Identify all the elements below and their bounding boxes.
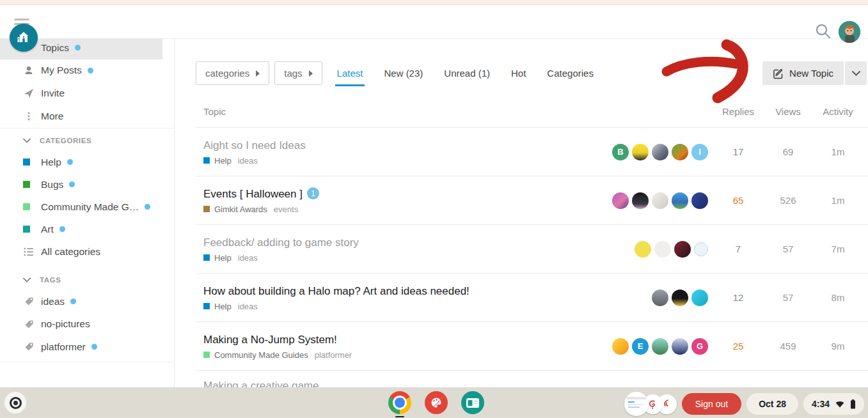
search-icon[interactable] [814, 22, 832, 40]
activity-time[interactable]: 1m [813, 146, 863, 157]
poster-avatar[interactable] [672, 192, 688, 209]
canvas-app-icon[interactable] [425, 391, 448, 414]
status-area[interactable]: 4:34 [803, 393, 864, 415]
category-color-swatch [23, 181, 30, 188]
posters [609, 241, 708, 258]
poster-avatar[interactable]: B [612, 144, 629, 160]
battery-icon [850, 399, 856, 409]
column-activity[interactable]: Activity [813, 106, 863, 117]
list-icon [23, 246, 35, 258]
new-topic-dropdown-button[interactable] [845, 61, 867, 85]
tab-hot[interactable]: Hot [511, 61, 526, 85]
poster-avatar[interactable] [652, 192, 668, 209]
forum-home-logo[interactable] [10, 24, 38, 52]
topic-title[interactable]: Aight so I need Ideas [203, 139, 306, 151]
poster-avatar[interactable] [694, 242, 708, 256]
category-color-swatch [203, 352, 210, 358]
screenshot-thumbnail[interactable] [624, 392, 649, 416]
sidebar-category-bugs[interactable]: Bugs [0, 173, 175, 196]
views-count: 526 [763, 195, 813, 206]
new-topic-button[interactable]: New Topic [762, 61, 844, 85]
sidebar-category-community-made-guides[interactable]: Community Made G… [0, 196, 175, 218]
sidebar-all-categories[interactable]: All categories [0, 240, 175, 263]
category-link[interactable]: Help [214, 253, 232, 263]
topic-title[interactable]: How about building a Halo map? Art and i… [203, 285, 470, 297]
poster-avatar[interactable] [612, 338, 629, 355]
poster-avatar[interactable] [672, 290, 688, 306]
category-link[interactable]: Help [214, 156, 232, 166]
chrome-app-icon[interactable] [388, 391, 411, 414]
tag-link[interactable]: ideas [238, 253, 258, 263]
sidebar-item-more[interactable]: More [0, 105, 175, 128]
tag-link[interactable]: ideas [238, 156, 258, 166]
views-count: 69 [763, 146, 813, 157]
poster-avatar[interactable] [672, 338, 688, 355]
posters [609, 290, 708, 306]
sidebar-item-my-posts[interactable]: My Posts [0, 59, 175, 82]
screencast-app-icon[interactable] [461, 391, 484, 414]
sign-out-button[interactable]: Sign out [682, 393, 741, 415]
poster-avatar[interactable] [652, 290, 668, 306]
category-color-swatch [23, 226, 30, 233]
activity-time[interactable]: 1m [813, 195, 863, 206]
category-color-swatch [203, 254, 210, 261]
tag-filter-dropdown[interactable]: tags [274, 61, 322, 85]
topic-row: Making a No-Jump System! Community Made … [196, 322, 868, 371]
column-replies[interactable]: Replies [713, 106, 763, 117]
activity-time[interactable]: 7m [813, 244, 863, 254]
poster-avatar[interactable]: I [691, 144, 708, 160]
column-views[interactable]: Views [763, 106, 813, 117]
tag-link[interactable]: platformer [315, 350, 352, 360]
topic-title[interactable]: Making a No-Jump System! [203, 334, 337, 346]
tag-link[interactable]: events [274, 205, 298, 214]
category-link[interactable]: Gimkit Awards [214, 205, 267, 214]
new-topic-controls: New Topic [762, 61, 867, 85]
categories-section-header[interactable]: CATEGORIES [0, 130, 175, 151]
poster-avatar[interactable] [691, 192, 708, 209]
poster-avatar[interactable] [652, 338, 668, 355]
date-display[interactable]: Oct 28 [746, 393, 798, 415]
sidebar-tag-ideas[interactable]: ideas [0, 290, 175, 313]
poster-avatar[interactable] [691, 290, 708, 306]
poster-avatar[interactable]: E [632, 338, 649, 355]
tab-categories[interactable]: Categories [547, 61, 594, 85]
category-link[interactable]: Community Made Guides [214, 350, 308, 360]
tab-new[interactable]: New (23) [384, 61, 423, 85]
category-link[interactable]: Help [214, 302, 232, 311]
posters: B I [609, 144, 708, 160]
new-posts-badge[interactable]: 1 [307, 187, 319, 199]
views-count: 459 [763, 341, 813, 352]
sidebar-tag-no-pictures[interactable]: no-pictures [0, 313, 175, 336]
tags-section-header[interactable]: TAGS [0, 270, 175, 290]
poster-avatar[interactable] [674, 241, 691, 258]
replies-count: 65 [713, 195, 763, 206]
poster-avatar[interactable] [612, 192, 629, 209]
poster-avatar[interactable]: G [691, 338, 708, 355]
launcher-button[interactable] [4, 392, 26, 414]
poster-avatar[interactable] [632, 144, 649, 160]
tab-latest[interactable]: Latest [337, 61, 363, 85]
tag-link[interactable]: ideas [238, 302, 258, 311]
unread-dot [69, 182, 75, 187]
posters: E G [609, 338, 708, 355]
poster-avatar[interactable] [672, 144, 688, 160]
activity-time[interactable]: 8m [813, 292, 863, 303]
chevron-down-icon [23, 138, 31, 143]
topic-row: Feedback/ adding to game story Help idea… [196, 225, 868, 274]
poster-avatar[interactable] [635, 241, 651, 258]
user-avatar[interactable] [839, 21, 860, 43]
tab-unread[interactable]: Unread (1) [444, 61, 490, 85]
topic-title[interactable]: Feedback/ adding to game story [203, 236, 359, 249]
topic-title[interactable]: Events [ Halloween ] [203, 188, 303, 200]
sidebar-item-invite[interactable]: Invite [0, 82, 175, 105]
category-filter-dropdown[interactable]: categories [196, 61, 269, 85]
column-topic[interactable]: Topic [196, 106, 609, 117]
sidebar-category-help[interactable]: Help [0, 151, 175, 173]
activity-time[interactable]: 9m [813, 341, 863, 352]
poster-avatar[interactable] [652, 144, 668, 160]
list-controls: categories tags Latest New (23) Unread (… [196, 61, 594, 85]
sidebar-category-art[interactable]: Art [0, 218, 175, 240]
poster-avatar[interactable] [632, 192, 649, 209]
poster-avatar[interactable] [654, 241, 671, 258]
sidebar-tag-platformer[interactable]: platformer [0, 336, 175, 359]
